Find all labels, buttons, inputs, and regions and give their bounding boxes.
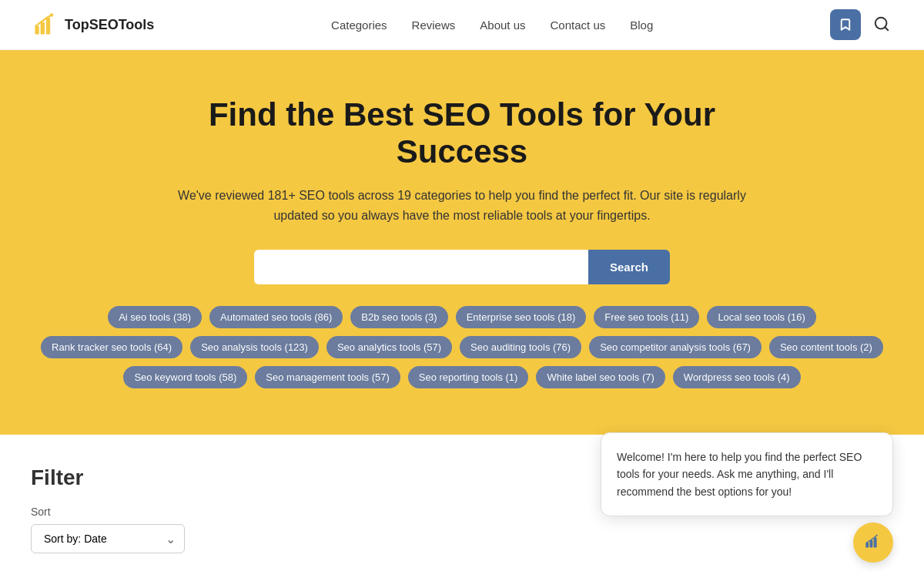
search-icon-button[interactable]: [870, 12, 893, 38]
category-tag[interactable]: Seo reporting tools (1): [408, 366, 529, 388]
category-tag[interactable]: Automated seo tools (86): [209, 306, 343, 328]
hero-title: Find the Best SEO Tools for Your Success: [154, 96, 770, 170]
nav-about[interactable]: About us: [480, 18, 525, 32]
svg-rect-7: [869, 540, 872, 548]
category-tag[interactable]: Seo competitor analysis tools (67): [589, 336, 762, 358]
header: TopSEOTools Categories Reviews About us …: [0, 0, 924, 50]
bookmark-button[interactable]: [830, 9, 861, 40]
nav-contact[interactable]: Contact us: [551, 18, 606, 32]
category-tag[interactable]: B2b seo tools (3): [350, 306, 447, 328]
category-tag[interactable]: Seo content tools (2): [769, 336, 883, 358]
svg-rect-2: [46, 18, 50, 35]
category-tag[interactable]: Free seo tools (11): [594, 306, 699, 328]
category-tag[interactable]: Local seo tools (16): [707, 306, 815, 328]
category-tag[interactable]: Seo analysis tools (123): [190, 336, 319, 358]
nav-reviews[interactable]: Reviews: [412, 18, 456, 32]
logo[interactable]: TopSEOTools: [31, 11, 154, 39]
sort-select-wrapper: Sort by: DateSort by: NameSort by: Ratin…: [31, 524, 185, 553]
search-input[interactable]: [254, 250, 588, 284]
main-nav: Categories Reviews About us Contact us B…: [331, 18, 653, 32]
svg-rect-8: [874, 538, 877, 548]
category-tag[interactable]: White label seo tools (7): [536, 366, 665, 388]
category-tag[interactable]: Rank tracker seo tools (64): [41, 336, 182, 358]
search-icon: [873, 15, 890, 32]
chat-icon: [863, 533, 883, 553]
search-button[interactable]: Search: [588, 250, 670, 284]
category-tag[interactable]: Seo auditing tools (76): [460, 336, 581, 358]
svg-line-5: [885, 27, 888, 30]
category-tag[interactable]: Enterprise seo tools (18): [456, 306, 587, 328]
cards-section: IndexRusher DIBZ: [0, 569, 924, 578]
category-tag[interactable]: Seo analytics tools (57): [326, 336, 452, 358]
chat-bubble: Welcome! I'm here to help you find the p…: [601, 432, 893, 516]
nav-categories[interactable]: Categories: [331, 18, 387, 32]
svg-point-3: [50, 13, 54, 17]
search-bar: Search: [254, 250, 670, 284]
bookmark-icon: [839, 18, 852, 32]
header-actions: [830, 9, 893, 40]
svg-rect-1: [41, 22, 45, 34]
category-tag[interactable]: Seo keyword tools (58): [123, 366, 247, 388]
sort-select[interactable]: Sort by: DateSort by: NameSort by: Ratin…: [31, 524, 185, 553]
nav-blog[interactable]: Blog: [630, 18, 653, 32]
category-tag[interactable]: Wordpress seo tools (4): [673, 366, 801, 388]
logo-text: TopSEOTools: [65, 17, 154, 33]
hero-subtitle: We've reviewed 181+ SEO tools across 19 …: [154, 186, 770, 225]
logo-icon: [31, 11, 59, 39]
category-tag[interactable]: Seo management tools (57): [255, 366, 400, 388]
category-tag[interactable]: Ai seo tools (38): [108, 306, 202, 328]
chat-fab-button[interactable]: [853, 523, 893, 563]
svg-rect-0: [35, 26, 38, 35]
tags-container: Ai seo tools (38)Automated seo tools (86…: [38, 306, 886, 388]
hero-section: Find the Best SEO Tools for Your Success…: [0, 50, 924, 435]
chat-bubble-text: Welcome! I'm here to help you find the p…: [617, 449, 877, 500]
svg-rect-6: [865, 543, 869, 548]
